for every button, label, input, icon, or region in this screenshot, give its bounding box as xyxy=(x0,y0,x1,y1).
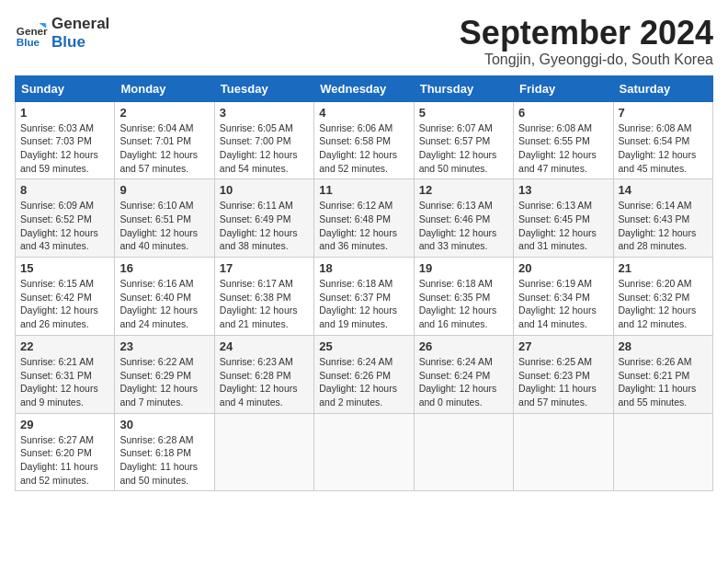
logo: General Blue General Blue xyxy=(15,15,109,52)
logo-text-blue: Blue xyxy=(51,33,109,52)
day-number: 8 xyxy=(20,183,109,197)
weekday-header-wednesday: Wednesday xyxy=(314,75,414,101)
calendar-day-18: 18Sunrise: 6:18 AM Sunset: 6:37 PM Dayli… xyxy=(314,258,414,336)
title-block: September 2024 Tongjin, Gyeonggi-do, Sou… xyxy=(460,15,713,68)
day-number: 26 xyxy=(419,339,508,353)
day-info: Sunrise: 6:11 AM Sunset: 6:49 PM Dayligh… xyxy=(220,199,309,253)
calendar-day-22: 22Sunrise: 6:21 AM Sunset: 6:31 PM Dayli… xyxy=(16,335,115,413)
day-info: Sunrise: 6:21 AM Sunset: 6:31 PM Dayligh… xyxy=(20,355,109,409)
day-number: 13 xyxy=(518,183,608,197)
calendar-day-11: 11Sunrise: 6:12 AM Sunset: 6:48 PM Dayli… xyxy=(314,179,414,258)
day-number: 2 xyxy=(119,106,209,120)
day-number: 3 xyxy=(220,106,309,120)
day-number: 14 xyxy=(619,183,708,197)
day-info: Sunrise: 6:18 AM Sunset: 6:37 PM Dayligh… xyxy=(319,277,408,331)
day-info: Sunrise: 6:27 AM Sunset: 6:20 PM Dayligh… xyxy=(20,433,109,488)
calendar-day-28: 28Sunrise: 6:26 AM Sunset: 6:21 PM Dayli… xyxy=(613,335,712,413)
logo-icon: General Blue xyxy=(15,17,48,50)
calendar-day-3: 3Sunrise: 6:05 AM Sunset: 7:00 PM Daylig… xyxy=(214,101,313,179)
day-info: Sunrise: 6:06 AM Sunset: 6:58 PM Dayligh… xyxy=(319,121,408,176)
calendar-day-17: 17Sunrise: 6:17 AM Sunset: 6:38 PM Dayli… xyxy=(214,258,313,336)
empty-cell xyxy=(514,413,613,491)
day-info: Sunrise: 6:26 AM Sunset: 6:21 PM Dayligh… xyxy=(619,355,708,409)
empty-cell xyxy=(414,413,513,491)
calendar-day-12: 12Sunrise: 6:13 AM Sunset: 6:46 PM Dayli… xyxy=(414,179,513,258)
weekday-header-monday: Monday xyxy=(115,75,214,101)
day-info: Sunrise: 6:15 AM Sunset: 6:42 PM Dayligh… xyxy=(20,277,109,331)
day-number: 1 xyxy=(20,106,109,120)
day-number: 5 xyxy=(419,106,508,120)
day-info: Sunrise: 6:03 AM Sunset: 7:03 PM Dayligh… xyxy=(20,121,109,176)
day-info: Sunrise: 6:04 AM Sunset: 7:01 PM Dayligh… xyxy=(119,121,209,176)
day-number: 16 xyxy=(119,261,209,275)
day-number: 28 xyxy=(619,339,708,353)
calendar-day-7: 7Sunrise: 6:08 AM Sunset: 6:54 PM Daylig… xyxy=(613,101,712,179)
day-info: Sunrise: 6:08 AM Sunset: 6:54 PM Dayligh… xyxy=(619,121,708,176)
day-number: 30 xyxy=(119,418,209,431)
day-number: 7 xyxy=(619,106,708,120)
day-number: 9 xyxy=(119,183,209,197)
day-number: 10 xyxy=(220,183,309,197)
day-info: Sunrise: 6:28 AM Sunset: 6:18 PM Dayligh… xyxy=(119,433,209,488)
calendar-day-23: 23Sunrise: 6:22 AM Sunset: 6:29 PM Dayli… xyxy=(115,335,214,413)
calendar-day-15: 15Sunrise: 6:15 AM Sunset: 6:42 PM Dayli… xyxy=(16,258,115,336)
day-info: Sunrise: 6:13 AM Sunset: 6:46 PM Dayligh… xyxy=(419,199,508,253)
calendar-day-24: 24Sunrise: 6:23 AM Sunset: 6:28 PM Dayli… xyxy=(214,335,313,413)
calendar-table: SundayMondayTuesdayWednesdayThursdayFrid… xyxy=(15,75,713,492)
day-info: Sunrise: 6:22 AM Sunset: 6:29 PM Dayligh… xyxy=(119,355,209,409)
day-number: 12 xyxy=(419,183,508,197)
calendar-day-5: 5Sunrise: 6:07 AM Sunset: 6:57 PM Daylig… xyxy=(414,101,513,179)
weekday-header-friday: Friday xyxy=(514,75,613,101)
day-info: Sunrise: 6:12 AM Sunset: 6:48 PM Dayligh… xyxy=(319,199,408,253)
day-info: Sunrise: 6:17 AM Sunset: 6:38 PM Dayligh… xyxy=(220,277,309,331)
day-number: 23 xyxy=(119,339,209,353)
empty-cell xyxy=(214,413,313,491)
day-info: Sunrise: 6:07 AM Sunset: 6:57 PM Dayligh… xyxy=(419,121,508,176)
calendar-day-8: 8Sunrise: 6:09 AM Sunset: 6:52 PM Daylig… xyxy=(16,179,115,258)
calendar-day-4: 4Sunrise: 6:06 AM Sunset: 6:58 PM Daylig… xyxy=(314,101,414,179)
day-info: Sunrise: 6:13 AM Sunset: 6:45 PM Dayligh… xyxy=(518,199,608,253)
calendar-day-26: 26Sunrise: 6:24 AM Sunset: 6:24 PM Dayli… xyxy=(414,335,513,413)
day-info: Sunrise: 6:08 AM Sunset: 6:55 PM Dayligh… xyxy=(518,121,608,176)
empty-cell xyxy=(314,413,414,491)
day-info: Sunrise: 6:16 AM Sunset: 6:40 PM Dayligh… xyxy=(119,277,209,331)
calendar-day-14: 14Sunrise: 6:14 AM Sunset: 6:43 PM Dayli… xyxy=(613,179,712,258)
svg-text:Blue: Blue xyxy=(17,36,40,48)
day-info: Sunrise: 6:24 AM Sunset: 6:24 PM Dayligh… xyxy=(419,355,508,409)
calendar-day-1: 1Sunrise: 6:03 AM Sunset: 7:03 PM Daylig… xyxy=(16,101,115,179)
calendar-day-25: 25Sunrise: 6:24 AM Sunset: 6:26 PM Dayli… xyxy=(314,335,414,413)
calendar-day-27: 27Sunrise: 6:25 AM Sunset: 6:23 PM Dayli… xyxy=(514,335,613,413)
day-info: Sunrise: 6:18 AM Sunset: 6:35 PM Dayligh… xyxy=(419,277,508,331)
day-number: 18 xyxy=(319,261,408,275)
calendar-day-30: 30Sunrise: 6:28 AM Sunset: 6:18 PM Dayli… xyxy=(115,413,214,491)
calendar-body: 1Sunrise: 6:03 AM Sunset: 7:03 PM Daylig… xyxy=(16,101,713,491)
calendar-week-5: 29Sunrise: 6:27 AM Sunset: 6:20 PM Dayli… xyxy=(16,413,713,491)
calendar-day-6: 6Sunrise: 6:08 AM Sunset: 6:55 PM Daylig… xyxy=(514,101,613,179)
calendar-week-3: 15Sunrise: 6:15 AM Sunset: 6:42 PM Dayli… xyxy=(16,258,713,336)
calendar-day-19: 19Sunrise: 6:18 AM Sunset: 6:35 PM Dayli… xyxy=(414,258,513,336)
weekday-header-thursday: Thursday xyxy=(414,75,513,101)
day-info: Sunrise: 6:19 AM Sunset: 6:34 PM Dayligh… xyxy=(518,277,608,331)
calendar-day-10: 10Sunrise: 6:11 AM Sunset: 6:49 PM Dayli… xyxy=(214,179,313,258)
day-number: 17 xyxy=(220,261,309,275)
day-info: Sunrise: 6:09 AM Sunset: 6:52 PM Dayligh… xyxy=(20,199,109,253)
day-info: Sunrise: 6:05 AM Sunset: 7:00 PM Dayligh… xyxy=(220,121,309,176)
calendar-day-20: 20Sunrise: 6:19 AM Sunset: 6:34 PM Dayli… xyxy=(514,258,613,336)
day-number: 15 xyxy=(20,261,109,275)
day-info: Sunrise: 6:14 AM Sunset: 6:43 PM Dayligh… xyxy=(619,199,708,253)
weekday-header-saturday: Saturday xyxy=(613,75,712,101)
day-number: 25 xyxy=(319,339,408,353)
calendar-day-2: 2Sunrise: 6:04 AM Sunset: 7:01 PM Daylig… xyxy=(115,101,214,179)
calendar-week-2: 8Sunrise: 6:09 AM Sunset: 6:52 PM Daylig… xyxy=(16,179,713,258)
location: Tongjin, Gyeonggi-do, South Korea xyxy=(460,52,713,68)
day-info: Sunrise: 6:25 AM Sunset: 6:23 PM Dayligh… xyxy=(518,355,608,409)
calendar-day-21: 21Sunrise: 6:20 AM Sunset: 6:32 PM Dayli… xyxy=(613,258,712,336)
day-info: Sunrise: 6:24 AM Sunset: 6:26 PM Dayligh… xyxy=(319,355,408,409)
day-number: 24 xyxy=(220,339,309,353)
day-number: 21 xyxy=(619,261,708,275)
day-number: 6 xyxy=(518,106,608,120)
day-info: Sunrise: 6:10 AM Sunset: 6:51 PM Dayligh… xyxy=(119,199,209,253)
day-number: 19 xyxy=(419,261,508,275)
calendar-day-29: 29Sunrise: 6:27 AM Sunset: 6:20 PM Dayli… xyxy=(16,413,115,491)
day-number: 29 xyxy=(20,418,109,431)
